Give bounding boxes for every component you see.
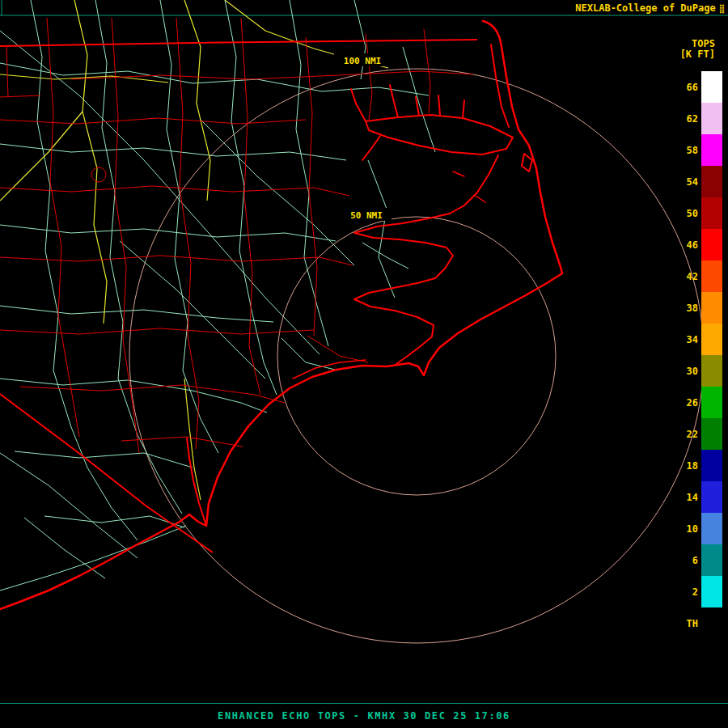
legend-entry: 58 [677,134,722,166]
island-roanoke [522,154,532,171]
legend-entry-swatch [701,607,722,639]
site-header: NEXLAB-College of DuPage⣿ [575,2,725,14]
legend-title: TOPS [K FT] [680,39,715,60]
ring-label-100nmi-text: 100 NMI [344,56,381,66]
legend-entry-swatch [701,134,722,166]
legend-entry-label: 18 [677,460,698,472]
legend-entry: 42 [677,260,722,292]
legend-entry: 62 [677,103,722,134]
legend-entry-label: 38 [677,303,698,314]
legend-entry: 10 [677,513,722,544]
border-nc-sc [0,394,213,552]
legend-entry-swatch [701,71,722,103]
legend-title-line2: [K FT] [680,49,715,60]
legend-entry-label: 34 [677,334,698,345]
status-text: ENHANCED ECHO TOPS - KMHX 30 DEC 25 17:0… [218,710,510,722]
color-scale-legend: 66625854504642383430262218141062TH [677,71,722,639]
legend-entry-swatch [701,418,722,450]
ring-label-50nmi-text: 50 NMI [350,210,383,221]
radar-map: 100 NMI 50 NMI [0,0,728,704]
legend-entry: 22 [677,418,722,450]
ring-label-50nmi: 50 NMI [341,208,392,221]
legend-entry: 18 [677,450,722,481]
legend-entry-swatch [701,481,722,513]
legend-entry-label: 46 [677,239,698,251]
legend-entry-label: TH [677,618,698,629]
coast-pamlico-mainland [354,155,498,364]
legend-entry-swatch [701,229,722,260]
cod-logo-icon: ⣿ [719,5,725,13]
range-ring-100nmi [129,69,704,643]
legend-entry-swatch [701,166,722,197]
legend-entry: 14 [677,481,722,513]
legend-entry-swatch [701,292,722,324]
legend-entry: 26 [677,387,722,418]
road-network-minor [0,0,435,590]
legend-entry-label: 22 [677,429,698,440]
legend-entry-label: 6 [677,555,698,566]
legend-entry-swatch [701,387,722,418]
road-network-major [0,0,388,500]
ring-label-100nmi: 100 NMI [334,53,391,66]
legend-entry-label: 62 [677,113,698,125]
legend-entry-label: 14 [677,492,698,503]
border-va-nc [0,40,477,46]
legend-entry: 38 [677,292,722,324]
coast-currituck-inner [491,44,509,127]
legend-entry-label: 30 [677,366,698,377]
legend-entry: 30 [677,355,722,387]
legend-entry-swatch [701,450,722,481]
legend-entry-swatch [701,576,722,607]
legend-entry: 50 [677,197,722,229]
radar-display: 100 NMI 50 NMI NEXLAB-College of DuPage⣿… [0,0,728,728]
legend-entry: 2 [677,576,722,607]
legend-entry-label: 58 [677,145,698,156]
legend-entry-swatch [701,260,722,292]
legend-entry: 66 [677,71,722,103]
header-title: NEXLAB-College of DuPage [575,2,715,14]
legend-entry: 34 [677,324,722,355]
legend-entry-label: 54 [677,176,698,188]
legend-entry-label: 10 [677,523,698,535]
legend-entry-label: 66 [677,82,698,93]
legend-entry-label: 42 [677,271,698,282]
legend-entry-swatch [701,355,722,387]
county-boundaries [0,18,473,453]
legend-entry-swatch [701,197,722,229]
legend-entry: 54 [677,166,722,197]
legend-entry-swatch [701,513,722,544]
coast-bogue-inner [293,360,366,379]
legend-entry: 6 [677,544,722,576]
legend-entry-label: 2 [677,586,698,598]
legend-entry: TH [677,607,722,639]
coast-albemarle-sound [366,115,513,154]
legend-entry: 46 [677,229,722,260]
legend-entry-label: 26 [677,397,698,408]
legend-entry-label: 50 [677,208,698,219]
status-bar: ENHANCED ECHO TOPS - KMHX 30 DEC 25 17:0… [0,703,728,728]
range-rings [129,69,704,643]
range-ring-50nmi [277,217,556,495]
legend-entry-swatch [701,544,722,576]
legend-entry-swatch [701,324,722,355]
legend-entry-swatch [701,103,722,134]
